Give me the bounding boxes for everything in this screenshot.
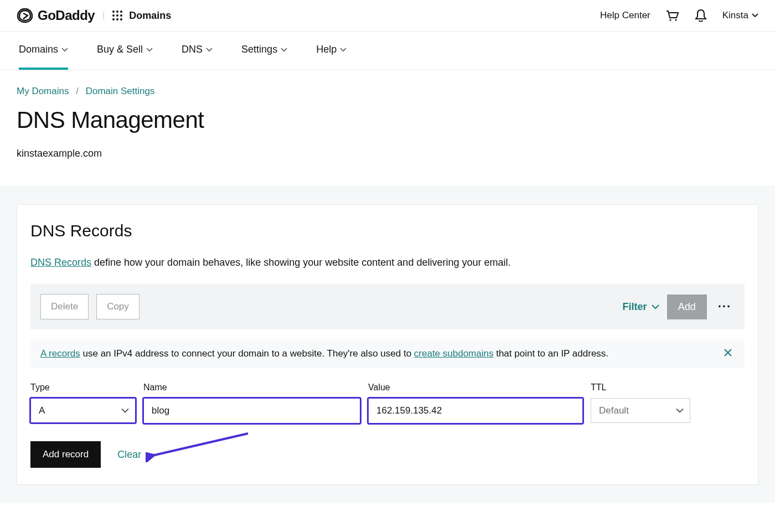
- field-name: Name: [143, 375, 360, 423]
- nav-domains[interactable]: Domains: [19, 32, 68, 70]
- form-actions: Add record Clear: [30, 441, 745, 468]
- main-nav: Domains Buy & Sell DNS Settings Help: [0, 32, 775, 70]
- record-form: Type A Name Value: [30, 368, 745, 423]
- delete-button[interactable]: Delete: [40, 294, 89, 319]
- a-records-link[interactable]: A records: [40, 348, 80, 359]
- section-title: DNS Records: [30, 221, 745, 240]
- apps-grid-icon[interactable]: [112, 11, 122, 20]
- info-strip: A records use an IPv4 address to connect…: [30, 339, 745, 368]
- breadcrumb-my-domains[interactable]: My Domains: [17, 86, 69, 96]
- filter-label: Filter: [623, 301, 647, 313]
- ttl-label: TTL: [591, 383, 690, 392]
- value-input[interactable]: [368, 398, 583, 423]
- help-center-link[interactable]: Help Center: [600, 10, 650, 21]
- chevron-down-icon: [61, 48, 68, 52]
- dns-records-card: DNS Records DNS Records define how your …: [17, 204, 758, 485]
- field-type: Type A: [30, 375, 136, 423]
- user-name: Kinsta: [722, 10, 748, 21]
- svg-point-1: [675, 19, 676, 20]
- create-subdomains-link[interactable]: create subdomains: [414, 348, 494, 359]
- field-ttl: TTL Default: [591, 375, 690, 423]
- breadcrumb-domain-settings[interactable]: Domain Settings: [86, 86, 155, 96]
- info-text-tail: that point to an IP address.: [493, 348, 608, 359]
- nav-label: Domains: [19, 44, 58, 55]
- annotation-arrow-icon: [146, 431, 251, 462]
- field-value: Value: [368, 375, 583, 423]
- svg-point-0: [669, 19, 671, 20]
- page-title: DNS Management: [17, 107, 758, 133]
- nav-label: DNS: [182, 44, 203, 55]
- nav-dns[interactable]: DNS: [182, 32, 213, 70]
- add-button[interactable]: Add: [667, 295, 707, 319]
- page-header: My Domains / Domain Settings DNS Managem…: [0, 70, 775, 186]
- cart-icon[interactable]: [665, 8, 679, 23]
- brand-name: GoDaddy: [38, 8, 95, 23]
- nav-settings[interactable]: Settings: [241, 32, 287, 70]
- add-record-button[interactable]: Add record: [30, 441, 101, 468]
- nav-label: Settings: [241, 44, 277, 55]
- content-area: DNS Records DNS Records define how your …: [0, 186, 775, 503]
- copy-button[interactable]: Copy: [96, 294, 140, 319]
- chevron-down-icon: [340, 48, 347, 52]
- nav-label: Help: [316, 44, 337, 55]
- name-label: Name: [143, 383, 360, 392]
- chevron-down-icon: [752, 13, 758, 18]
- header-separator: |: [102, 11, 105, 20]
- top-header: GoDaddy | Domains Help Center Kinsta: [0, 0, 775, 32]
- more-options-icon[interactable]: ···: [715, 299, 735, 314]
- godaddy-logo-icon: [17, 8, 33, 23]
- notifications-icon[interactable]: [694, 8, 708, 23]
- info-text-mid: use an IPv4 address to connect your doma…: [80, 348, 414, 359]
- chevron-down-icon: [281, 48, 287, 52]
- value-label: Value: [368, 383, 583, 392]
- type-label: Type: [30, 383, 136, 392]
- breadcrumb: My Domains / Domain Settings: [17, 86, 758, 97]
- close-icon[interactable]: [721, 348, 735, 357]
- section-intro: DNS Records define how your domain behav…: [30, 257, 745, 268]
- dns-records-link[interactable]: DNS Records: [30, 257, 91, 268]
- nav-help[interactable]: Help: [316, 32, 347, 70]
- type-select[interactable]: A: [30, 398, 136, 423]
- chevron-down-icon: [146, 48, 153, 52]
- intro-text: define how your domain behaves, like sho…: [91, 257, 510, 268]
- ttl-select[interactable]: Default: [591, 398, 690, 423]
- clear-link[interactable]: Clear: [117, 449, 141, 461]
- name-input[interactable]: [143, 398, 360, 423]
- chevron-down-icon: [652, 304, 659, 309]
- nav-label: Buy & Sell: [97, 44, 143, 55]
- filter-button[interactable]: Filter: [623, 301, 659, 313]
- records-toolbar: Delete Copy Filter Add ···: [30, 284, 745, 329]
- apps-label[interactable]: Domains: [129, 10, 171, 22]
- nav-buy-sell[interactable]: Buy & Sell: [97, 32, 153, 70]
- chevron-down-icon: [206, 48, 213, 52]
- domain-name: kinstaexample.com: [17, 148, 758, 159]
- user-menu[interactable]: Kinsta: [722, 10, 758, 21]
- header-right: Help Center Kinsta: [600, 8, 758, 23]
- breadcrumb-separator: /: [76, 86, 79, 96]
- brand-logo[interactable]: GoDaddy: [17, 8, 95, 23]
